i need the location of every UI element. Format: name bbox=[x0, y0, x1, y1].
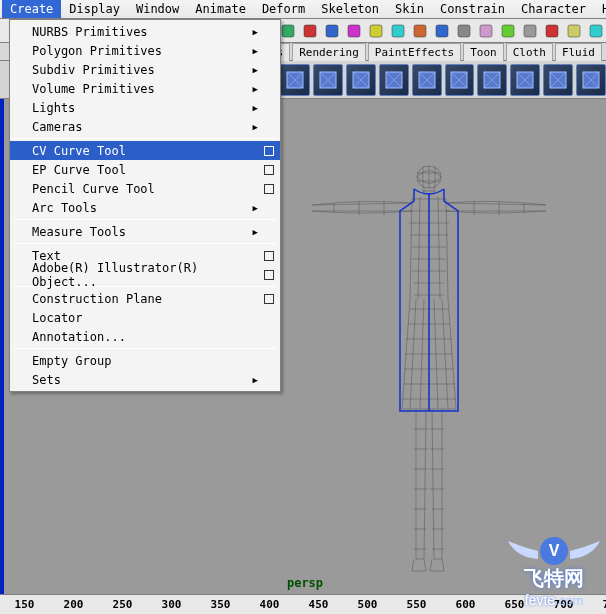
menu-help[interactable]: Help bbox=[594, 0, 606, 18]
option-box-icon[interactable] bbox=[264, 294, 274, 304]
shelf-tab-painteffects[interactable]: PaintEffects bbox=[368, 43, 461, 61]
shelf-cube4-icon[interactable] bbox=[412, 64, 442, 96]
svg-rect-14 bbox=[590, 25, 602, 37]
option-box-icon[interactable] bbox=[264, 270, 274, 280]
time-ruler[interactable]: 1502002503003504004505005506006507007508… bbox=[0, 594, 606, 614]
shelf-cube-icon[interactable] bbox=[313, 64, 343, 96]
submenu-arrow-icon: ▶ bbox=[253, 46, 258, 56]
shelf-cube3-icon[interactable] bbox=[379, 64, 409, 96]
menu-item-label: Measure Tools bbox=[32, 225, 126, 239]
menu-constrain[interactable]: Constrain bbox=[432, 0, 513, 18]
ruler-tick: 250 bbox=[98, 598, 147, 611]
palette-icon[interactable] bbox=[478, 23, 494, 39]
menu-item-label: Annotation... bbox=[32, 330, 126, 344]
svg-rect-12 bbox=[546, 25, 558, 37]
ruler-tick: 150 bbox=[0, 598, 49, 611]
menu-item-label: Sets bbox=[32, 373, 61, 387]
flag-icon[interactable] bbox=[412, 23, 428, 39]
submenu-arrow-icon: ▶ bbox=[253, 27, 258, 37]
shelf-cone-icon[interactable] bbox=[477, 64, 507, 96]
menu-item-lights[interactable]: Lights▶ bbox=[10, 98, 280, 117]
ruler-tick: 650 bbox=[490, 598, 539, 611]
ruler-tick: 400 bbox=[245, 598, 294, 611]
option-box-icon[interactable] bbox=[264, 146, 274, 156]
ruler-tick: 700 bbox=[539, 598, 588, 611]
diamond-icon[interactable] bbox=[302, 23, 318, 39]
menu-item-cameras[interactable]: Cameras▶ bbox=[10, 117, 280, 136]
menu-item-ep-curve-tool[interactable]: EP Curve Tool bbox=[10, 160, 280, 179]
ruler-tick: 600 bbox=[441, 598, 490, 611]
dots-icon[interactable] bbox=[390, 23, 406, 39]
menu-item-sets[interactable]: Sets▶ bbox=[10, 370, 280, 389]
menu-item-polygon-primitives[interactable]: Polygon Primitives▶ bbox=[10, 41, 280, 60]
menu-create[interactable]: Create bbox=[2, 0, 61, 18]
what-icon[interactable] bbox=[544, 23, 560, 39]
menu-skin[interactable]: Skin bbox=[387, 0, 432, 18]
menu-item-label: Empty Group bbox=[32, 354, 111, 368]
menu-item-label: NURBS Primitives bbox=[32, 25, 148, 39]
submenu-arrow-icon: ▶ bbox=[253, 375, 258, 385]
menu-item-adobe-r-illustrator-r-object[interactable]: Adobe(R) Illustrator(R) Object... bbox=[10, 265, 280, 284]
lock-icon[interactable] bbox=[522, 23, 538, 39]
shelf-cube2-icon[interactable] bbox=[346, 64, 376, 96]
shelf-sphere-icon[interactable] bbox=[280, 64, 310, 96]
circle-icon[interactable] bbox=[368, 23, 384, 39]
svg-rect-11 bbox=[524, 25, 536, 37]
eye-icon[interactable] bbox=[500, 23, 516, 39]
ruler-tick: 750 bbox=[588, 598, 606, 611]
viewport-camera-label: persp bbox=[287, 576, 323, 590]
shelf-tab-cloth[interactable]: Cloth bbox=[506, 43, 553, 61]
submenu-arrow-icon: ▶ bbox=[253, 203, 258, 213]
create-menu-dropdown: NURBS Primitives▶Polygon Primitives▶Subd… bbox=[9, 19, 281, 392]
menu-item-annotation[interactable]: Annotation... bbox=[10, 327, 280, 346]
diamond2-icon[interactable] bbox=[324, 23, 340, 39]
menu-item-label: Adobe(R) Illustrator(R) Object... bbox=[32, 261, 260, 289]
ruler-tick: 300 bbox=[147, 598, 196, 611]
menu-animate[interactable]: Animate bbox=[187, 0, 254, 18]
cube-icon[interactable] bbox=[280, 23, 296, 39]
menu-item-cv-curve-tool[interactable]: CV Curve Tool bbox=[10, 141, 280, 160]
svg-rect-1 bbox=[304, 25, 316, 37]
menu-item-subdiv-primitives[interactable]: Subdiv Primitives▶ bbox=[10, 60, 280, 79]
shelf-tab-rendering[interactable]: Rendering bbox=[292, 43, 366, 61]
gear-icon[interactable] bbox=[456, 23, 472, 39]
svg-rect-8 bbox=[458, 25, 470, 37]
menu-item-label: Construction Plane bbox=[32, 292, 162, 306]
menu-item-volume-primitives[interactable]: Volume Primitives▶ bbox=[10, 79, 280, 98]
submenu-arrow-icon: ▶ bbox=[253, 84, 258, 94]
svg-rect-3 bbox=[348, 25, 360, 37]
menu-item-construction-plane[interactable]: Construction Plane bbox=[10, 289, 280, 308]
shelf-torus-icon[interactable] bbox=[445, 64, 475, 96]
ruler-tick: 350 bbox=[196, 598, 245, 611]
shelf-plane-icon[interactable] bbox=[510, 64, 540, 96]
menu-display[interactable]: Display bbox=[61, 0, 128, 18]
search-icon[interactable] bbox=[588, 23, 604, 39]
menu-item-empty-group[interactable]: Empty Group bbox=[10, 351, 280, 370]
menu-skeleton[interactable]: Skeleton bbox=[313, 0, 387, 18]
menu-item-label: Cameras bbox=[32, 120, 83, 134]
svg-rect-2 bbox=[326, 25, 338, 37]
menu-item-arc-tools[interactable]: Arc Tools▶ bbox=[10, 198, 280, 217]
menu-item-label: EP Curve Tool bbox=[32, 163, 126, 177]
menu-character[interactable]: Character bbox=[513, 0, 594, 18]
shelf-cube5-icon[interactable] bbox=[576, 64, 606, 96]
shelf-tab-toon[interactable]: Toon bbox=[463, 43, 504, 61]
menu-item-label: CV Curve Tool bbox=[32, 144, 126, 158]
sphere-icon[interactable] bbox=[346, 23, 362, 39]
menu-item-label: Polygon Primitives bbox=[32, 44, 162, 58]
shelf-tab-fluid[interactable]: Fluid bbox=[555, 43, 602, 61]
option-box-icon[interactable] bbox=[264, 251, 274, 261]
shelf-plane2-icon[interactable] bbox=[543, 64, 573, 96]
menu-item-locator[interactable]: Locator bbox=[10, 308, 280, 327]
menu-item-label: Lights bbox=[32, 101, 75, 115]
option-box-icon[interactable] bbox=[264, 184, 274, 194]
menu-item-measure-tools[interactable]: Measure Tools▶ bbox=[10, 222, 280, 241]
menu-item-nurbs-primitives[interactable]: NURBS Primitives▶ bbox=[10, 22, 280, 41]
hand-icon[interactable] bbox=[566, 23, 582, 39]
menu-deform[interactable]: Deform bbox=[254, 0, 313, 18]
menu-item-pencil-curve-tool[interactable]: Pencil Curve Tool bbox=[10, 179, 280, 198]
option-box-icon[interactable] bbox=[264, 165, 274, 175]
clock-icon[interactable] bbox=[434, 23, 450, 39]
menu-window[interactable]: Window bbox=[128, 0, 187, 18]
menu-item-label: Volume Primitives bbox=[32, 82, 155, 96]
